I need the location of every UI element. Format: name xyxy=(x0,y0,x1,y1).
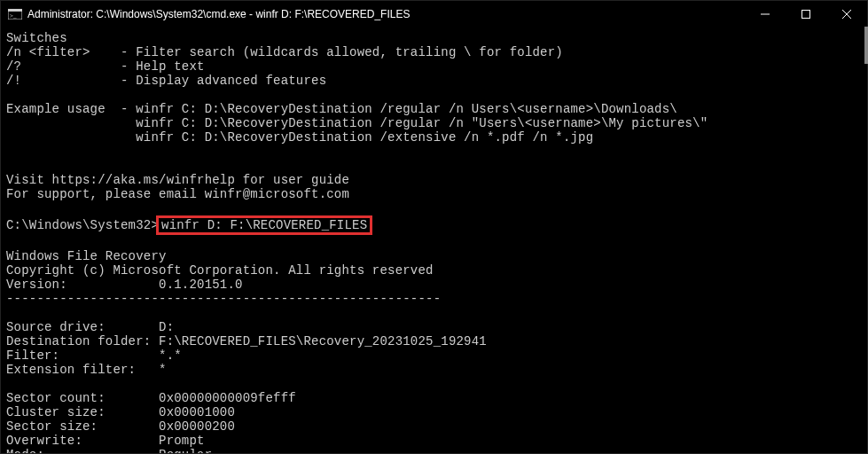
highlighted-command: winfr D: F:\RECOVERED_FILES xyxy=(156,215,372,235)
output-line: Mode: Regular xyxy=(6,448,212,453)
output-line: Visit https://aka.ms/winfrhelp for user … xyxy=(6,173,349,187)
output-line: Overwrite: Prompt xyxy=(6,434,205,448)
scrollbar-thumb[interactable] xyxy=(864,27,868,64)
output-line: Sector size: 0x00000200 xyxy=(6,419,235,434)
output-line: For support, please email winfr@microsof… xyxy=(6,187,349,201)
output-line: Sector count: 0x00000000009fefff xyxy=(6,391,296,405)
output-line: Source drive: D: xyxy=(6,320,174,334)
window-controls xyxy=(745,1,867,27)
output-line: /n <filter> - Filter search (wildcards a… xyxy=(6,45,563,59)
output-line: Extension filter: * xyxy=(6,363,167,377)
prompt-text: C:\Windows\System32> xyxy=(6,218,159,232)
output-line: Version: 0.1.20151.0 xyxy=(6,278,243,292)
output-line: /? - Help text xyxy=(6,59,205,74)
cmd-window: >_ Administrator: C:\Windows\System32\cm… xyxy=(0,0,868,454)
output-line: Destination folder: F:\RECOVERED_FILES\R… xyxy=(6,334,487,348)
svg-text:>_: >_ xyxy=(10,12,17,20)
svg-rect-4 xyxy=(802,11,810,19)
output-line: winfr C: D:\RecoveryDestination /extensi… xyxy=(6,130,593,145)
output-line: Copyright (c) Microsoft Corporation. All… xyxy=(6,263,434,278)
output-line: /! - Display advanced features xyxy=(6,74,326,88)
output-line: Cluster size: 0x00001000 xyxy=(6,405,235,419)
svg-rect-1 xyxy=(8,9,22,12)
window-title: Administrator: C:\Windows\System32\cmd.e… xyxy=(27,8,745,20)
minimize-button[interactable] xyxy=(745,1,786,27)
terminal-output[interactable]: Switches /n <filter> - Filter search (wi… xyxy=(1,27,867,453)
output-line: ----------------------------------------… xyxy=(6,292,441,306)
titlebar[interactable]: >_ Administrator: C:\Windows\System32\cm… xyxy=(1,1,867,27)
output-line: Filter: *.* xyxy=(6,348,182,363)
output-line: winfr C: D:\RecoveryDestination /regular… xyxy=(6,116,708,130)
close-button[interactable] xyxy=(826,1,867,27)
maximize-button[interactable] xyxy=(786,1,826,27)
output-line: Example usage - winfr C: D:\RecoveryDest… xyxy=(6,102,677,116)
output-line: Switches xyxy=(6,31,67,45)
cmd-icon: >_ xyxy=(8,8,22,20)
output-line: Windows File Recovery xyxy=(6,249,167,263)
